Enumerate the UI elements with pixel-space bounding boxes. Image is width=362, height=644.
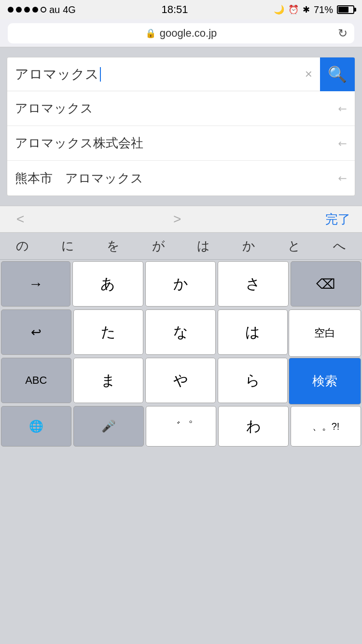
- status-right: 🌙 ⏰ ✱ 71%: [274, 4, 354, 15]
- key-backspace[interactable]: ⌫: [291, 261, 361, 307]
- key-search[interactable]: 検索: [289, 358, 361, 405]
- clear-button[interactable]: ×: [297, 67, 320, 82]
- quickbar-は[interactable]: は: [191, 233, 216, 259]
- time-label: 18:51: [161, 3, 188, 16]
- refresh-icon[interactable]: ↻: [338, 27, 348, 40]
- status-left: au 4G: [8, 4, 76, 15]
- key-ya[interactable]: や: [145, 358, 216, 403]
- quickbar-の[interactable]: の: [10, 233, 35, 259]
- kb-row-1: → あ か さ ⌫: [0, 260, 362, 308]
- search-input-text: アロマックス: [15, 65, 99, 84]
- dot1: [8, 7, 14, 13]
- key-space[interactable]: 空白: [289, 309, 361, 357]
- suggestion-text-0: アロマックス: [15, 100, 338, 117]
- kb-row-4: 🌐 🎤 ゛゜ わ 、。?!: [0, 405, 362, 448]
- keyboard: → あ か さ ⌫ ↩ た な は ABC ま や ら 空白 検索: [0, 260, 362, 448]
- done-button[interactable]: 完了: [325, 211, 350, 228]
- network-label: 4G: [63, 4, 76, 15]
- search-button[interactable]: 🔍: [320, 57, 355, 91]
- kb-row-3: ABC ま や ら: [0, 356, 289, 405]
- kb-row-2: ↩ た な は: [0, 308, 289, 356]
- key-sa[interactable]: さ: [218, 261, 288, 307]
- suggestion-text-2: 熊本市 アロマックス: [15, 170, 338, 187]
- moon-icon: 🌙: [274, 4, 284, 15]
- forward-button[interactable]: >: [168, 211, 186, 227]
- url-field[interactable]: 🔒 google.co.jp ↻: [8, 23, 354, 43]
- dot2: [16, 7, 22, 13]
- suggestion-row-2[interactable]: 熊本市 アロマックス ↗: [7, 161, 355, 196]
- search-input-row[interactable]: アロマックス × 🔍: [7, 57, 355, 91]
- dot4: [32, 7, 38, 13]
- quickbar-へ[interactable]: へ: [327, 233, 352, 259]
- alarm-icon: ⏰: [288, 4, 299, 15]
- back-button[interactable]: <: [12, 211, 29, 227]
- battery-percent: 71%: [314, 4, 333, 15]
- key-globe[interactable]: 🌐: [1, 406, 71, 447]
- dot3: [24, 7, 30, 13]
- key-ma[interactable]: ま: [73, 358, 144, 403]
- quickbar-か[interactable]: か: [237, 233, 261, 259]
- suggestion-row-0[interactable]: アロマックス ↗: [7, 91, 355, 126]
- suggestion-text-1: アロマックス株式会社: [15, 135, 338, 152]
- quickbar-を[interactable]: を: [101, 233, 125, 259]
- url-text: google.co.jp: [160, 27, 217, 40]
- search-icon: 🔍: [328, 65, 347, 84]
- carrier-label: au: [49, 4, 60, 15]
- key-ra[interactable]: ら: [218, 358, 288, 403]
- url-bar: 🔒 google.co.jp ↻: [0, 19, 362, 47]
- key-return[interactable]: ↩: [1, 309, 71, 355]
- key-mic[interactable]: 🎤: [73, 406, 144, 447]
- lock-icon: 🔒: [145, 28, 156, 39]
- text-cursor: [100, 67, 101, 82]
- key-ka[interactable]: か: [145, 261, 216, 307]
- battery-icon: [337, 5, 354, 14]
- bluetooth-icon: ✱: [303, 4, 310, 15]
- key-a[interactable]: あ: [72, 261, 143, 307]
- suggestion-row-1[interactable]: アロマックス株式会社 ↗: [7, 126, 355, 161]
- signal-bars: [8, 7, 46, 13]
- quickbar-が[interactable]: が: [146, 233, 171, 259]
- key-abc[interactable]: ABC: [1, 358, 71, 403]
- quickbar-に[interactable]: に: [56, 233, 80, 259]
- quickbar: の に を が は か と へ: [0, 233, 362, 260]
- key-wa[interactable]: わ: [218, 406, 289, 447]
- key-na[interactable]: な: [145, 309, 216, 355]
- key-punct[interactable]: 、。?!: [291, 406, 361, 447]
- key-ta[interactable]: た: [73, 309, 144, 355]
- key-dakuten[interactable]: ゛゜: [146, 406, 216, 447]
- key-ha[interactable]: は: [218, 309, 288, 355]
- status-bar: au 4G 18:51 🌙 ⏰ ✱ 71%: [0, 0, 362, 19]
- dot5: [41, 7, 46, 13]
- battery-fill: [338, 7, 348, 13]
- quickbar-と[interactable]: と: [282, 233, 306, 259]
- browser-toolbar: < > 完了: [0, 206, 362, 233]
- search-input-field[interactable]: アロマックス: [7, 65, 297, 84]
- key-arrow[interactable]: →: [1, 261, 70, 307]
- search-area: アロマックス × 🔍 アロマックス ↗ アロマックス株式会社 ↗ 熊本市 アロマ…: [7, 57, 355, 196]
